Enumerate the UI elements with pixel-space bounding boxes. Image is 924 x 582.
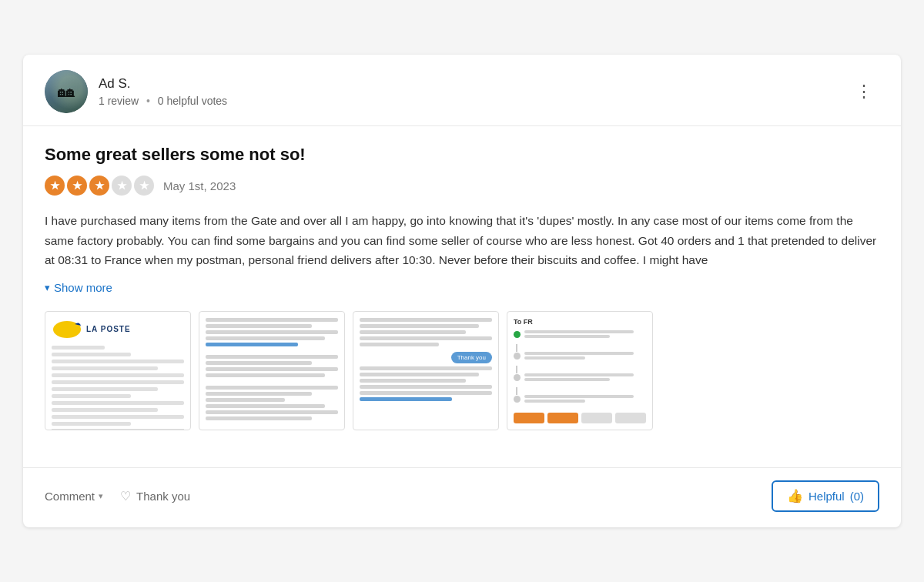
chat-line	[206, 392, 312, 396]
tracking-line	[524, 330, 634, 333]
tracking-item-4	[514, 395, 646, 403]
dot-separator: •	[146, 95, 150, 107]
tracking-info-delivered	[524, 330, 646, 338]
chat-line	[206, 355, 338, 359]
reviewer-meta: Ad S. 1 review • 0 helpful votes	[99, 76, 227, 107]
review-title: Some great sellers some not so!	[45, 145, 879, 165]
chat-gap	[206, 380, 338, 386]
chat-line	[360, 324, 479, 328]
chat-line	[360, 397, 452, 401]
rating-row: May 1st, 2023	[45, 176, 879, 196]
reviewer-name: Ad S.	[99, 76, 227, 92]
letter-line	[52, 415, 184, 419]
thank-you-label: Thank you	[136, 490, 190, 503]
chat-line	[206, 324, 312, 328]
thank-you-bubble: Thank you	[451, 352, 492, 363]
letter-line	[52, 380, 184, 384]
letter-line	[52, 346, 105, 350]
reviewer-stats: 1 review • 0 helpful votes	[99, 95, 227, 107]
progress-segment-filled	[514, 413, 544, 423]
thumbnail-3[interactable]: Thank you	[353, 311, 499, 430]
thumbnail-1[interactable]: LA POSTE Poste solutions La Poste	[45, 311, 191, 430]
thank-you-button[interactable]: ♡ Thank you	[120, 489, 190, 503]
letter-line	[52, 353, 131, 356]
chevron-down-icon: ▾	[99, 491, 103, 501]
tracking-connector	[516, 387, 517, 395]
tracking-line	[524, 395, 634, 398]
letter-line	[52, 360, 184, 363]
tracking-item-1	[514, 330, 646, 338]
tracking-dot-sorting	[514, 374, 521, 381]
letter-line	[52, 366, 158, 370]
chat-line	[206, 343, 298, 346]
chat-line	[360, 366, 492, 370]
star-4	[112, 176, 132, 196]
tracking-line	[524, 356, 585, 360]
thumbs-up-icon: 👍	[787, 488, 803, 504]
chat-line	[206, 318, 338, 322]
letter-lines	[52, 346, 184, 429]
review-body: Some great sellers some not so! May 1st,…	[23, 126, 901, 467]
thumbnail-2[interactable]	[199, 311, 345, 430]
letter-line	[52, 394, 131, 398]
letter-line	[52, 373, 184, 377]
show-more-button[interactable]: Show more	[45, 281, 112, 294]
svg-point-1	[55, 323, 79, 336]
chat-line	[206, 404, 325, 408]
letter-footer: Poste solutions La Poste	[52, 429, 184, 430]
chat-line	[360, 385, 492, 389]
chat-line	[360, 379, 466, 383]
star-1	[45, 176, 65, 196]
progress-segment-empty	[615, 413, 646, 423]
review-footer: Comment ▾ ♡ Thank you 👍 Helpful (0)	[23, 467, 901, 527]
tracking-progress-bar	[514, 413, 646, 423]
chat-line	[206, 367, 338, 371]
chat-line	[360, 330, 466, 334]
laposte-bird-icon	[52, 318, 82, 341]
tracking-connector	[516, 344, 517, 352]
tracking-line	[524, 335, 610, 338]
heart-icon: ♡	[120, 489, 131, 503]
comment-button[interactable]: Comment ▾	[45, 490, 103, 503]
chat-line	[360, 373, 479, 376]
star-3	[89, 176, 109, 196]
chat-line	[206, 336, 325, 340]
star-5	[134, 176, 154, 196]
helpful-button[interactable]: 👍 Helpful (0)	[772, 480, 879, 512]
chat-gap	[206, 349, 338, 355]
tracking-item-3	[514, 373, 646, 381]
chat-line	[206, 398, 285, 402]
tracking-connector	[516, 366, 517, 373]
reviewer-info: Ad S. 1 review • 0 helpful votes	[45, 70, 227, 113]
letter-line	[52, 408, 158, 412]
thumbnails-row: LA POSTE Poste solutions La Poste	[45, 311, 879, 430]
chat-line	[360, 343, 439, 346]
star-rating	[45, 176, 154, 196]
thumbnail-4[interactable]: To FR	[507, 311, 653, 430]
helpful-label: Helpful	[808, 490, 845, 503]
tracking-info-customs	[524, 352, 646, 360]
more-menu-button[interactable]: ⋮	[849, 80, 879, 103]
chat-line	[206, 373, 325, 377]
letter-line	[52, 387, 158, 391]
review-count: 1 review	[99, 95, 139, 107]
tracking-dot-delivered	[514, 331, 521, 338]
progress-segment-empty	[581, 413, 612, 423]
chat-line	[206, 361, 312, 365]
letter-line	[52, 422, 131, 426]
star-2	[67, 176, 87, 196]
tracking-line	[524, 373, 634, 376]
avatar	[45, 70, 88, 113]
laposte-text: LA POSTE	[86, 325, 131, 333]
review-text: I have purchased many items from the Gat…	[45, 211, 879, 270]
tracking-info-facility	[524, 395, 646, 403]
chat-line	[360, 336, 492, 340]
progress-segment-filled	[547, 413, 578, 423]
footer-left-actions: Comment ▾ ♡ Thank you	[45, 489, 190, 503]
review-card: Ad S. 1 review • 0 helpful votes ⋮ Some …	[23, 55, 901, 527]
tracking-line	[524, 400, 585, 403]
chat-line	[206, 416, 312, 420]
tracking-dot-facility	[514, 396, 521, 403]
comment-label: Comment	[45, 490, 95, 503]
review-header: Ad S. 1 review • 0 helpful votes ⋮	[23, 55, 901, 126]
